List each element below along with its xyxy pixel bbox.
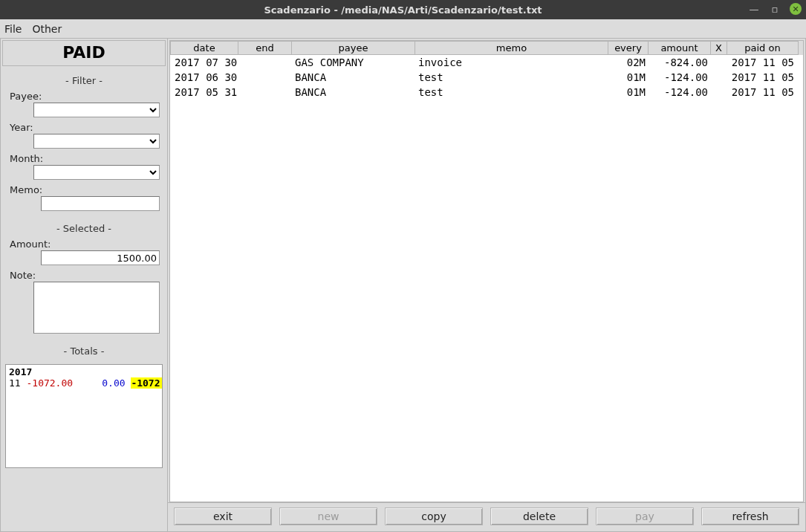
- cell-end: [238, 70, 292, 85]
- cell-memo: invoice: [415, 55, 608, 70]
- payee-select[interactable]: [33, 103, 160, 117]
- filter-section-label: - Filter -: [1, 75, 167, 86]
- totals-credit: 0.00: [102, 377, 125, 389]
- note-row: Note:: [1, 270, 167, 334]
- totals-net: -1072.00: [131, 377, 163, 389]
- close-icon[interactable]: ✕: [790, 3, 802, 15]
- button-bar: exit new copy delete pay refresh: [168, 502, 805, 531]
- totals-box: 2017 11 -1072.00 0.00 -1072.00: [5, 364, 163, 468]
- cell-paidon: 2017 11 05: [727, 85, 799, 100]
- year-label: Year:: [8, 122, 160, 133]
- note-textarea[interactable]: [33, 282, 160, 334]
- main-pane: date end payee memo every amount X paid …: [168, 39, 805, 531]
- amount-input[interactable]: [41, 250, 160, 265]
- cell-paidon: 2017 11 05: [727, 55, 799, 70]
- table-row[interactable]: 2017 06 30BANCAtest01M-124.002017 11 05: [170, 70, 803, 85]
- pay-button[interactable]: pay: [596, 507, 694, 525]
- year-select[interactable]: [33, 134, 160, 149]
- month-label: Month:: [8, 153, 160, 164]
- exit-button[interactable]: exit: [174, 507, 272, 525]
- menubar: File Other: [0, 19, 806, 39]
- cell-date: 2017 05 31: [170, 85, 238, 100]
- note-label: Note:: [8, 270, 160, 281]
- memo-input[interactable]: [41, 196, 160, 211]
- sidebar: PAID - Filter - Payee: Year: Month: Memo…: [1, 39, 168, 531]
- cell-x: [711, 85, 727, 100]
- table-row[interactable]: 2017 07 30GAS COMPANYinvoice02M-824.0020…: [170, 55, 803, 70]
- memo-label: Memo:: [8, 184, 160, 195]
- titlebar: Scadenzario - /media/NAS/Arti/Scadenzari…: [0, 0, 806, 19]
- cell-every: 01M: [608, 85, 649, 100]
- cell-paidon: 2017 11 05: [727, 70, 799, 85]
- cell-payee: GAS COMPANY: [292, 55, 415, 70]
- totals-debit: -1072.00: [26, 377, 73, 389]
- payee-row: Payee:: [1, 91, 167, 117]
- month-row: Month:: [1, 153, 167, 180]
- grid-body[interactable]: 2017 07 30GAS COMPANYinvoice02M-824.0020…: [170, 55, 803, 502]
- cell-memo: test: [415, 85, 608, 100]
- selected-section-label: - Selected -: [1, 223, 167, 234]
- cell-memo: test: [415, 70, 608, 85]
- col-date[interactable]: date: [170, 41, 238, 55]
- grid-header: date end payee memo every amount X paid …: [170, 41, 803, 55]
- menu-other[interactable]: Other: [32, 23, 62, 35]
- totals-year: 2017: [9, 366, 159, 377]
- col-every[interactable]: every: [608, 41, 649, 55]
- cell-every: 02M: [608, 55, 649, 70]
- copy-button[interactable]: copy: [385, 507, 483, 525]
- amount-row: Amount:: [1, 239, 167, 265]
- delete-button[interactable]: delete: [490, 507, 588, 525]
- grid: date end payee memo every amount X paid …: [169, 40, 804, 502]
- cell-date: 2017 07 30: [170, 55, 238, 70]
- table-row[interactable]: 2017 05 31BANCAtest01M-124.002017 11 05: [170, 85, 803, 100]
- cell-x: [711, 55, 727, 70]
- cell-end: [238, 55, 292, 70]
- col-end[interactable]: end: [238, 41, 292, 55]
- cell-amount: -124.00: [649, 70, 711, 85]
- app-window: Scadenzario - /media/NAS/Arti/Scadenzari…: [0, 0, 806, 532]
- cell-every: 01M: [608, 70, 649, 85]
- cell-payee: BANCA: [292, 70, 415, 85]
- totals-month: 11: [9, 377, 21, 389]
- totals-section-label: - Totals -: [1, 346, 167, 357]
- cell-amount: -124.00: [649, 85, 711, 100]
- menu-file[interactable]: File: [4, 23, 22, 35]
- cell-amount: -824.00: [649, 55, 711, 70]
- col-paidon[interactable]: paid on: [727, 41, 799, 55]
- cell-x: [711, 70, 727, 85]
- month-select[interactable]: [33, 165, 160, 180]
- col-x[interactable]: X: [711, 41, 727, 55]
- minimize-icon[interactable]: —: [748, 3, 760, 15]
- maximize-icon[interactable]: ▫: [769, 3, 781, 15]
- amount-label: Amount:: [8, 239, 160, 250]
- new-button[interactable]: new: [279, 507, 377, 525]
- payee-label: Payee:: [8, 91, 160, 102]
- window-title: Scadenzario - /media/NAS/Arti/Scadenzari…: [0, 4, 806, 16]
- year-row: Year:: [1, 122, 167, 149]
- body-area: PAID - Filter - Payee: Year: Month: Memo…: [0, 39, 806, 532]
- cell-payee: BANCA: [292, 85, 415, 100]
- col-amount[interactable]: amount: [649, 41, 711, 55]
- totals-line: 11 -1072.00 0.00 -1072.00: [9, 377, 159, 389]
- col-payee[interactable]: payee: [292, 41, 415, 55]
- cell-end: [238, 85, 292, 100]
- paid-header: PAID: [2, 40, 166, 66]
- col-memo[interactable]: memo: [415, 41, 608, 55]
- window-controls: — ▫ ✕: [748, 3, 802, 15]
- refresh-button[interactable]: refresh: [701, 507, 799, 525]
- cell-date: 2017 06 30: [170, 70, 238, 85]
- memo-row: Memo:: [1, 184, 167, 211]
